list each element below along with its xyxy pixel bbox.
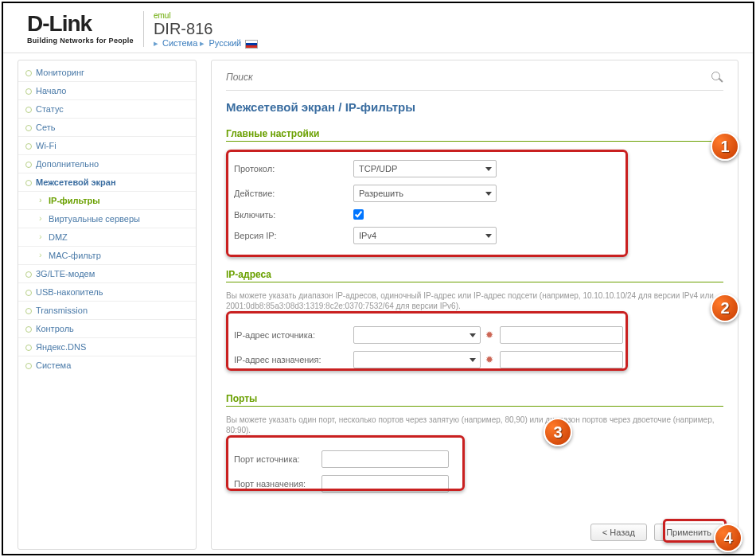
chevron-right-icon: ▸ [200,38,205,48]
port-src-label: Порт источника: [234,454,321,464]
crumb-language[interactable]: Русский [208,38,241,48]
ports-help-text: Вы можете указать один порт, несколько п… [226,415,723,435]
breadcrumb: ▸ Система ▸ Русский [154,38,258,49]
sidebar-item-system[interactable]: Система [18,356,196,374]
sidebar-sub-mac[interactable]: MAC-фильтр [18,247,196,265]
sidebar-item-net[interactable]: Сеть [18,119,196,137]
button-row: < Назад Применить [226,517,723,541]
enable-label: Включить: [234,210,353,220]
action-label: Действие: [234,189,353,198]
emul-label: emul [154,11,258,20]
page-title: Межсетевой экран / IP-фильтры [226,100,723,114]
port-dst-input[interactable] [321,475,449,493]
ips-help-text: Вы можете указать диапазон IP-адресов, о… [226,290,723,311]
sidebar-item-yandex-dns[interactable]: Яндекс.DNS [18,338,196,356]
sidebar-sub-virtual[interactable]: Виртуальные серверы [18,210,196,228]
annotation-bubble-4: 4 [714,524,742,552]
chevron-down-icon [470,358,476,362]
ip-src-clear-icon[interactable]: ✹ [485,329,493,341]
sidebar-item-firewall[interactable]: Межсетевой экран [18,173,196,192]
ip-src-select[interactable] [353,326,481,344]
ip-dst-label: IP-адрес назначения: [234,355,353,364]
header-divider [143,11,144,47]
section-ports: Порты Вы можете указать один порт, неско… [226,393,723,503]
sidebar-item-usb[interactable]: USB-накопитель [18,283,196,302]
sidebar-item-start[interactable]: Начало [18,82,196,100]
sidebar-item-lte[interactable]: 3G/LTE-модем [18,265,196,283]
sidebar-item-monitoring[interactable]: Мониторинг [18,64,196,82]
ip-src-range-input[interactable] [500,326,623,344]
port-dst-label: Порт назначения: [234,479,321,489]
ipver-label: Версия IP: [234,231,353,240]
sidebar: Мониторинг Начало Статус Сеть Wi-Fi Допо… [18,60,197,550]
apply-button[interactable]: Применить [654,524,723,541]
action-select[interactable]: Разрешить [353,185,497,202]
model-label: DIR-816 [154,20,258,38]
section-ip-addresses: IP-адреса Вы можете указать диапазон IP-… [226,269,723,379]
chevron-down-icon [470,333,476,337]
brand-tagline: Building Networks for People [27,37,134,45]
back-button[interactable]: < Назад [590,524,647,541]
section-main-settings: Главные настройки 1 Протокол: TCP/UDP Де… [226,128,723,255]
search-icon[interactable] [711,71,723,84]
searchbar [226,68,723,91]
section-title-ips: IP-адреса [226,269,723,282]
annotation-bubble-1: 1 [711,132,739,161]
sidebar-sub-dmz[interactable]: DMZ [18,228,196,247]
header: D-Link Building Networks for People emul… [3,3,753,53]
chevron-right-icon: ▸ [154,38,158,48]
protocol-select[interactable]: TCP/UDP [353,160,497,177]
ip-dst-select[interactable] [353,351,481,368]
logo: D-Link Building Networks for People [27,11,134,45]
enable-checkbox[interactable] [353,209,364,220]
annotation-bubble-3: 3 [544,418,572,446]
crumb-system[interactable]: Система [162,38,197,48]
chevron-down-icon [485,167,492,171]
sidebar-item-status[interactable]: Статус [18,100,196,119]
sidebar-item-wifi[interactable]: Wi-Fi [18,137,196,155]
port-src-input[interactable] [321,450,449,468]
brand-text: D-Link [27,11,134,37]
ip-src-label: IP-адрес источника: [234,330,353,340]
chevron-down-icon [485,234,492,238]
device-info: emul DIR-816 ▸ Система ▸ Русский [154,11,258,49]
sidebar-item-extra[interactable]: Дополнительно [18,155,196,173]
flag-ru-icon [245,40,258,49]
sidebar-item-transmission[interactable]: Transmission [18,302,196,320]
ip-dst-range-input[interactable] [500,351,623,368]
search-input[interactable] [226,72,711,83]
section-title-main: Главные настройки [226,128,723,142]
annotation-bubble-2: 2 [711,294,739,322]
section-title-ports: Порты [226,393,723,407]
main-panel: Межсетевой экран / IP-фильтры Главные на… [211,60,738,550]
sidebar-item-control[interactable]: Контроль [18,320,196,338]
sidebar-sub-ip-filters[interactable]: IP-фильтры [18,192,196,210]
chevron-down-icon [485,192,492,196]
ipver-select[interactable]: IPv4 [353,227,497,244]
ip-dst-clear-icon[interactable]: ✹ [485,354,493,365]
protocol-label: Протокол: [234,164,353,173]
